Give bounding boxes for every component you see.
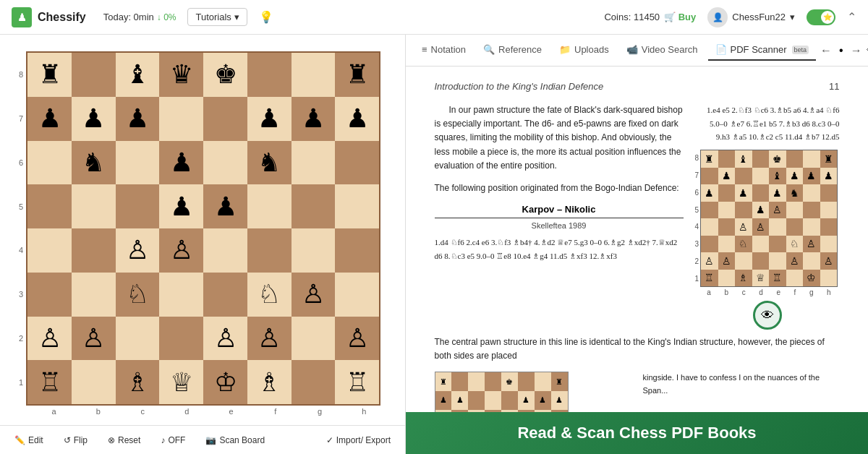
board-cell[interactable]: ♙ <box>116 228 160 273</box>
board-cell[interactable] <box>72 228 116 273</box>
board-cell[interactable] <box>72 273 116 317</box>
mini-board-cell <box>803 150 820 168</box>
board-cell[interactable] <box>335 141 379 185</box>
board-cell[interactable]: ♞ <box>72 141 116 185</box>
mini-board-cell <box>718 202 736 219</box>
user-area[interactable]: 👤 ChessFun22 ▾ <box>707 7 795 27</box>
board-cell[interactable]: ♙ <box>247 317 292 361</box>
theme-toggle[interactable]: ⭐ <box>807 9 835 25</box>
board-cell[interactable] <box>27 228 72 273</box>
board-cell[interactable] <box>247 184 292 228</box>
board-cell[interactable]: ♟ <box>72 97 116 141</box>
board-cell[interactable] <box>335 228 379 273</box>
board-cell[interactable] <box>335 184 379 228</box>
board-cell[interactable]: ♙ <box>159 228 203 273</box>
board-cell[interactable]: ♙ <box>292 273 336 317</box>
board-cell[interactable] <box>27 141 72 185</box>
board-cell[interactable]: ♚ <box>203 53 247 97</box>
board-cell[interactable]: ♙ <box>72 317 116 361</box>
board-cell[interactable] <box>159 273 203 317</box>
board-cell[interactable] <box>203 141 247 185</box>
board-cell[interactable] <box>159 97 203 141</box>
board-cell[interactable]: ♟ <box>116 97 160 141</box>
tutorials-button[interactable]: Tutorials ▾ <box>187 8 247 26</box>
board-cell[interactable] <box>292 228 336 273</box>
board-cell[interactable]: ♙ <box>203 317 247 361</box>
board-cell[interactable]: ♖ <box>335 360 379 404</box>
mini-board-cell <box>820 184 838 202</box>
board-cell[interactable]: ♜ <box>335 53 379 97</box>
board-cell[interactable] <box>203 228 247 273</box>
board-cell[interactable]: ♟ <box>203 184 247 228</box>
board-cell[interactable] <box>292 317 336 361</box>
edit-button[interactable]: ✏️ Edit <box>12 434 46 447</box>
board-cell[interactable]: ♙ <box>335 317 379 361</box>
board-cell[interactable] <box>292 141 336 185</box>
board-cell[interactable] <box>292 53 336 97</box>
board-cell[interactable]: ♝ <box>116 53 160 97</box>
board-cell[interactable] <box>27 273 72 317</box>
board-cell[interactable]: ♟ <box>292 97 336 141</box>
nav-dot: • <box>839 44 843 57</box>
tab-notation[interactable]: ≡ Notation <box>414 40 473 61</box>
game-event: Skelleftea 1989 <box>435 221 684 230</box>
board-cell[interactable] <box>116 317 160 361</box>
collapse-button[interactable]: ⌃ <box>847 10 856 24</box>
board-cell[interactable] <box>116 184 160 228</box>
scan-board-button[interactable]: 📷 Scan Board <box>203 434 268 447</box>
board-cell[interactable] <box>247 228 292 273</box>
mini-board-cell <box>786 218 804 236</box>
mini-board-cell <box>769 252 786 270</box>
board-cell[interactable] <box>335 273 379 317</box>
buy-button[interactable]: 🛒 Buy <box>664 12 696 22</box>
board-cell[interactable] <box>247 53 292 97</box>
board-cell[interactable]: ♖ <box>27 360 72 404</box>
board-cell[interactable] <box>72 360 116 404</box>
board-cell[interactable]: ♟ <box>247 97 292 141</box>
board-cell[interactable] <box>292 360 336 404</box>
board-cell[interactable]: ♗ <box>247 360 292 404</box>
reset-button[interactable]: ⊗ Reset <box>105 434 143 447</box>
import-export-button[interactable]: ✓ Import/ Export <box>323 434 393 447</box>
board-cell[interactable]: ♟ <box>159 141 203 185</box>
board-cell[interactable] <box>292 184 336 228</box>
flip-button[interactable]: ↺ Flip <box>61 434 90 447</box>
board-cell[interactable]: ♟ <box>27 97 72 141</box>
board-cell[interactable]: ♘ <box>247 273 292 317</box>
board-cell[interactable]: ♘ <box>116 273 160 317</box>
mini-board-cell <box>718 270 736 287</box>
scan-cta-banner[interactable]: Read & Scan Chess PDF Books <box>406 412 868 454</box>
board-cell[interactable]: ♟ <box>159 184 203 228</box>
tab-pdf-scanner[interactable]: 📄 PDF Scanner beta <box>708 40 817 61</box>
chess-board[interactable]: ♜♝♛♚♜♟♟♟♟♟♟♞♟♞♟♟♙♙♘♘♙♙♙♙♙♙♖♗♕♔♗♖ <box>26 51 380 406</box>
board-cell[interactable]: ♙ <box>27 317 72 361</box>
tab-video-search[interactable]: 📹 Video Search <box>619 40 705 61</box>
mini-board-cell: ♚ <box>769 150 786 168</box>
nav-back-button[interactable]: ← <box>819 43 833 59</box>
board-cell[interactable] <box>27 184 72 228</box>
sound-button[interactable]: ♪ OFF <box>158 434 188 447</box>
mini-board-cell <box>803 202 820 219</box>
tab-reference[interactable]: 🔍 Reference <box>476 40 549 61</box>
mini-board-cell: ♜ <box>701 150 718 168</box>
game-players: Karpov – Nikolic <box>435 204 684 218</box>
tab-uploads[interactable]: 📁 Uploads <box>552 40 616 61</box>
pdf-content[interactable]: Introduction to the King's Indian Defenc… <box>406 67 868 454</box>
board-cell[interactable]: ♔ <box>203 360 247 404</box>
board-cell[interactable] <box>72 184 116 228</box>
board-cell[interactable]: ♟ <box>335 97 379 141</box>
board-cell[interactable]: ♕ <box>159 360 203 404</box>
board-cell[interactable] <box>203 273 247 317</box>
mini-board-cell <box>752 150 770 168</box>
nav-forward-button[interactable]: → <box>849 43 864 59</box>
board-cell[interactable] <box>203 97 247 141</box>
board-cell[interactable]: ♛ <box>159 53 203 97</box>
board-cell[interactable]: ♞ <box>247 141 292 185</box>
board-cell[interactable]: ♜ <box>27 53 72 97</box>
board-cell[interactable] <box>159 317 203 361</box>
board-cell[interactable] <box>116 141 160 185</box>
mini-board-cell <box>701 236 718 253</box>
pdf-tab-icon: 📄 <box>715 44 727 55</box>
board-cell[interactable] <box>72 53 116 97</box>
board-cell[interactable]: ♗ <box>116 360 160 404</box>
